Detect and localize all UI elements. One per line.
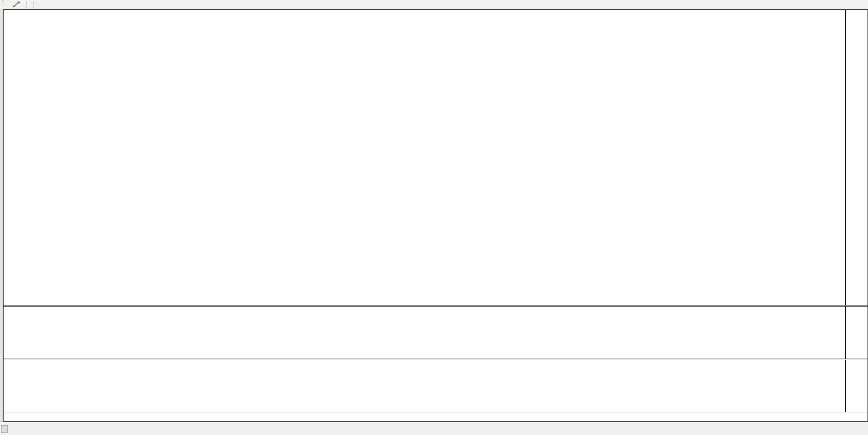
toolbar-separator <box>33 2 36 8</box>
cursor-mode-button[interactable] <box>11 1 23 8</box>
date-axis[interactable] <box>4 412 867 421</box>
text-tool-button[interactable] <box>2 1 8 8</box>
rsi-axis[interactable] <box>845 307 867 359</box>
macd-axis[interactable] <box>845 360 867 412</box>
rsi-chart-canvas[interactable] <box>4 307 158 359</box>
price-axis[interactable] <box>845 10 867 305</box>
rsi-indicator-panel[interactable] <box>4 307 867 359</box>
price-chart-panel[interactable] <box>4 10 867 305</box>
application-window <box>0 0 868 435</box>
top-toolbar <box>0 0 868 9</box>
macd-chart-canvas[interactable] <box>4 360 158 412</box>
chart-window <box>3 9 868 422</box>
toolbar-separator <box>26 2 29 8</box>
macd-indicator-panel[interactable] <box>4 360 867 412</box>
tab-bar-corner-button[interactable] <box>1 425 8 433</box>
chart-tab-bar <box>0 422 868 435</box>
crosshair-icon <box>13 1 20 8</box>
candlestick-chart-canvas[interactable] <box>4 10 158 87</box>
